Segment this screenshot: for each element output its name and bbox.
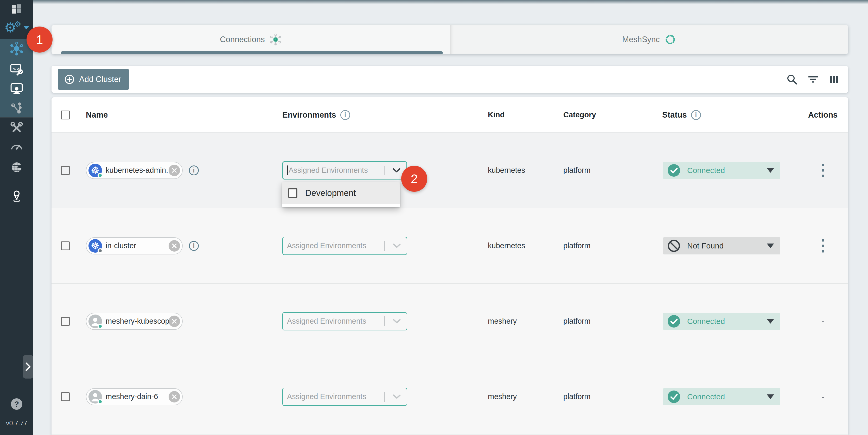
status-info-icon[interactable]: i [691,110,701,120]
help-icon[interactable]: ? [11,398,22,410]
connections-table: Name Environments i Kind Category Status… [52,97,848,435]
environments-select[interactable]: Assigned Environments [282,237,407,255]
remove-connection-button[interactable] [168,165,180,176]
environments-select[interactable]: Assigned Environments [282,312,407,331]
sidebar-item-dashboard[interactable] [0,3,33,16]
kubernetes-logo-avatar: ☸ [89,164,102,177]
caret-down-icon [767,395,774,399]
status-badge-not-found[interactable]: Not Found [663,237,780,254]
row-actions-menu-button[interactable] [822,164,824,177]
status-label: Not Found [687,242,767,250]
environments-menu: Development [282,182,400,207]
status-dot-green [98,173,103,178]
sidebar-item-adapters[interactable]: <> [0,62,33,76]
status-label: Connected [687,166,767,175]
pie-mesh-icon [9,160,24,175]
row-checkbox[interactable] [61,242,70,250]
menu-item-checkbox[interactable] [288,188,298,198]
status-badge-connected[interactable]: Connected [663,388,780,405]
chevron-down-icon[interactable] [392,168,401,173]
sidebar-item-extensions[interactable] [0,160,33,175]
chevron-down-icon[interactable] [393,243,401,248]
column-header-actions: Actions [808,110,838,120]
connection-name: meshery-dain-6 [106,392,168,401]
no-actions-placeholder: - [822,317,824,326]
filter-button[interactable] [807,73,819,86]
environments-info-icon[interactable]: i [340,110,350,120]
add-cluster-label: Add Cluster [79,75,121,84]
sidebar: ⚙⚙ <> [0,0,33,435]
kubernetes-logo-avatar: ☸ [89,239,102,253]
filter-icon [807,73,819,86]
connection-chip[interactable]: meshery-dain-6 [86,388,183,405]
kind-value: kubernetes [488,242,525,250]
plus-circle-icon [64,74,75,85]
connection-info-icon[interactable]: i [189,165,199,175]
search-button[interactable] [786,73,798,86]
close-icon [171,318,178,324]
sidebar-item-configuration[interactable] [0,121,33,135]
add-cluster-button[interactable]: Add Cluster [58,69,129,90]
chevron-down-icon[interactable] [393,394,401,399]
environments-placeholder: Assigned Environments [288,166,368,175]
chevron-down-icon [23,26,29,29]
location-pin-icon [10,189,23,203]
annotation-step-1-badge: 1 [27,27,53,53]
top-shadow-band [33,0,868,4]
active-tab-indicator [61,51,443,54]
category-value: platform [563,317,591,325]
row-checkbox[interactable] [61,166,70,175]
sidebar-expand-button[interactable] [23,355,33,378]
caret-down-icon [767,319,774,324]
view-columns-button[interactable] [828,73,840,86]
connections-hub-icon [270,34,282,45]
connection-info-icon[interactable]: i [189,241,199,251]
sidebar-item-get-involved[interactable] [0,189,33,203]
speedometer-icon [10,139,24,153]
row-actions-menu-button[interactable] [822,239,824,253]
select-all-checkbox[interactable] [61,111,70,119]
environments-select[interactable]: Assigned Environments [282,161,407,180]
column-header-name[interactable]: Name [86,110,108,120]
connection-name: in-cluster [106,242,168,250]
status-badge-connected[interactable]: Connected [663,162,780,179]
connection-name: meshery-kubescop... [106,317,168,325]
environments-menu-item-development[interactable]: Development [282,182,400,204]
caret-down-icon [767,244,774,248]
sidebar-item-designs[interactable] [0,82,33,95]
status-label: Connected [687,392,767,401]
environments-placeholder: Assigned Environments [287,242,366,250]
remove-connection-button[interactable] [168,240,180,252]
kind-value: kubernetes [488,166,525,174]
close-icon [171,394,178,400]
sidebar-item-performance[interactable] [0,139,33,153]
column-header-kind[interactable]: Kind [488,111,504,119]
environments-select[interactable]: Assigned Environments [282,387,407,406]
close-icon [171,243,178,249]
connection-chip[interactable]: ☸ kubernetes-admin... [86,162,183,179]
remove-connection-button[interactable] [168,316,180,327]
kind-value: meshery [488,317,517,325]
connection-chip[interactable]: meshery-kubescop... [86,313,183,330]
status-dot-green [98,324,103,329]
table-row: ☸ kubernetes-admin... i Assigned Environ… [52,133,848,208]
category-value: platform [563,392,591,401]
remove-connection-button[interactable] [168,391,180,402]
table-toolbar: Add Cluster [52,66,848,93]
column-header-environments[interactable]: Environments [282,110,336,120]
table-row: meshery-kubescop... Assigned Environment… [52,284,848,359]
search-icon [786,73,798,86]
tab-connections[interactable]: Connections [52,25,450,54]
status-badge-connected[interactable]: Connected [663,313,780,330]
column-header-category[interactable]: Category [563,111,596,119]
column-header-status[interactable]: Status [662,110,687,120]
row-checkbox[interactable] [61,392,70,401]
status-dot-gray [98,248,103,253]
row-checkbox[interactable] [61,317,70,326]
chevron-down-icon[interactable] [393,319,401,324]
sidebar-item-workflows[interactable] [0,101,33,115]
tab-meshsync[interactable]: MeshSync [450,25,848,54]
menu-item-label: Development [305,188,356,198]
user-avatar [89,315,102,328]
connection-chip[interactable]: ☸ in-cluster [86,237,183,254]
